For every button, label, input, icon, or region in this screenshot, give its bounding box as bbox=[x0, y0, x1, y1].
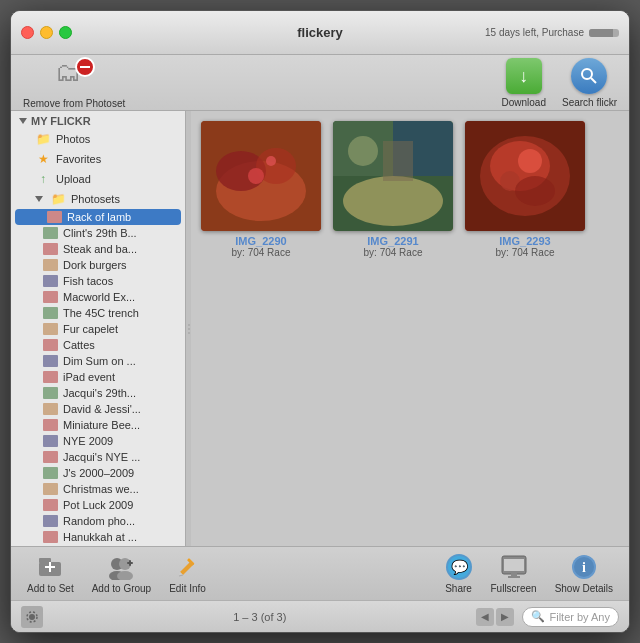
sidebar-item-christmas[interactable]: Christmas we... bbox=[11, 481, 185, 497]
sidebar-item-hanukkah-label: Hanukkah at ... bbox=[63, 531, 137, 543]
sidebar-item-hanukkah[interactable]: Hanukkah at ... bbox=[11, 529, 185, 545]
download-label: Download bbox=[502, 97, 546, 108]
sidebar-item-random[interactable]: Random pho... bbox=[11, 513, 185, 529]
fullscreen-button[interactable]: Fullscreen bbox=[485, 551, 543, 596]
sidebar-item-clints-29th-label: Clint's 29th B... bbox=[63, 227, 137, 239]
random-thumb bbox=[43, 515, 58, 527]
sidebar: MY FLICKR 📁 Photos ★ Favorites ↑ Upload bbox=[11, 111, 186, 546]
sidebar-item-david-jessi[interactable]: David & Jessi'... bbox=[11, 401, 185, 417]
sidebar-item-rack-of-lamb-label: Rack of lamb bbox=[67, 211, 131, 223]
edit-info-label: Edit Info bbox=[169, 583, 206, 594]
window-title: flickery bbox=[297, 25, 343, 40]
svg-point-17 bbox=[518, 149, 542, 173]
sidebar-item-pot-luck-label: Pot Luck 2009 bbox=[63, 499, 133, 511]
trial-bar bbox=[589, 29, 619, 37]
photo-image-1 bbox=[333, 121, 453, 231]
sidebar-item-favorites[interactable]: ★ Favorites bbox=[11, 149, 185, 169]
sidebar-item-david-jessi-label: David & Jessi'... bbox=[63, 403, 141, 415]
search-flickr-button[interactable]: Search flickr bbox=[562, 58, 617, 108]
sidebar-item-dork-burgers-label: Dork burgers bbox=[63, 259, 127, 271]
download-icon: ↓ bbox=[506, 58, 542, 94]
share-label: Share bbox=[445, 583, 472, 594]
close-button[interactable] bbox=[21, 26, 34, 39]
add-to-group-button[interactable]: Add to Group bbox=[86, 551, 157, 596]
sidebar-item-cattes[interactable]: Cattes bbox=[11, 337, 185, 353]
sidebar-item-macworld-label: Macworld Ex... bbox=[63, 291, 135, 303]
remove-from-photoset-button[interactable]: 🗂 Remove from Photoset bbox=[23, 57, 125, 109]
fur-capelet-thumb bbox=[43, 323, 58, 335]
add-to-set-label: Add to Set bbox=[27, 583, 74, 594]
sidebar-item-upload[interactable]: ↑ Upload bbox=[11, 169, 185, 189]
sidebar-item-photos[interactable]: 📁 Photos bbox=[11, 129, 185, 149]
zoom-button[interactable] bbox=[59, 26, 72, 39]
star-icon: ★ bbox=[35, 151, 51, 167]
settings-button[interactable] bbox=[21, 606, 43, 628]
dim-sum-thumb bbox=[43, 355, 58, 367]
sidebar-item-dim-sum[interactable]: Dim Sum on ... bbox=[11, 353, 185, 369]
prev-arrow-button[interactable]: ◀ bbox=[476, 608, 494, 626]
sidebar-item-ipad-event-label: iPad event bbox=[63, 371, 115, 383]
photo-card-2[interactable]: IMG_2293 by: 704 Race bbox=[465, 121, 585, 258]
david-jessi-thumb bbox=[43, 403, 58, 415]
sidebar-item-fish-tacos[interactable]: Fish tacos bbox=[11, 273, 185, 289]
photo-label-1: IMG_2291 bbox=[367, 235, 418, 247]
sidebar-item-jacquis-29th[interactable]: Jacqui's 29th... bbox=[11, 385, 185, 401]
sidebar-item-clints-29th[interactable]: Clint's 29th B... bbox=[11, 225, 185, 241]
sidebar-item-pot-luck[interactable]: Pot Luck 2009 bbox=[11, 497, 185, 513]
svg-rect-38 bbox=[511, 573, 517, 577]
photo-card-0[interactable]: IMG_2290 by: 704 Race bbox=[201, 121, 321, 258]
edit-info-icon bbox=[174, 553, 202, 581]
show-details-icon: i bbox=[570, 553, 598, 581]
sidebar-item-js-2000-2009-label: J's 2000–2009 bbox=[63, 467, 134, 479]
add-to-group-icon bbox=[107, 553, 135, 581]
gear-icon bbox=[25, 610, 39, 624]
sidebar-item-rack-of-lamb[interactable]: Rack of lamb bbox=[15, 209, 181, 225]
sidebar-item-jacquis-nye[interactable]: Jacqui's NYE ... bbox=[11, 449, 185, 465]
clints-29th-thumb bbox=[43, 227, 58, 239]
christmas-thumb bbox=[43, 483, 58, 495]
sidebar-item-nye-2009[interactable]: NYE 2009 bbox=[11, 433, 185, 449]
minimize-button[interactable] bbox=[40, 26, 53, 39]
filter-placeholder: Filter by Any bbox=[549, 611, 610, 623]
svg-rect-13 bbox=[383, 141, 413, 181]
photo-card-1[interactable]: IMG_2291 by: 704 Race bbox=[333, 121, 453, 258]
add-to-set-button[interactable]: Add to Set bbox=[21, 551, 80, 596]
sidebar-item-dork-burgers[interactable]: Dork burgers bbox=[11, 257, 185, 273]
search-flickr-icon bbox=[571, 58, 607, 94]
sidebar-item-js-2000-2009[interactable]: J's 2000–2009 bbox=[11, 465, 185, 481]
filter-input[interactable]: 🔍 Filter by Any bbox=[522, 607, 619, 627]
upload-icon: ↑ bbox=[35, 171, 51, 187]
miniature-bee-thumb bbox=[43, 419, 58, 431]
svg-text:💬: 💬 bbox=[450, 559, 468, 576]
share-icon: 💬 bbox=[445, 553, 473, 581]
sidebar-item-macworld[interactable]: Macworld Ex... bbox=[11, 289, 185, 305]
add-to-group-label: Add to Group bbox=[92, 583, 151, 594]
sidebar-scroll[interactable]: MY FLICKR 📁 Photos ★ Favorites ↑ Upload bbox=[11, 111, 185, 546]
add-to-set-icon bbox=[36, 553, 64, 581]
photo-image-2 bbox=[465, 121, 585, 231]
svg-point-11 bbox=[343, 176, 443, 226]
sidebar-item-photosets[interactable]: 📁 Photosets bbox=[11, 189, 185, 209]
next-arrow-button[interactable]: ▶ bbox=[496, 608, 514, 626]
main-window: flickery 15 days left, Purchase 🗂 Remove… bbox=[10, 10, 630, 633]
photo-label-2: IMG_2293 bbox=[499, 235, 550, 247]
jacquis-nye-thumb bbox=[43, 451, 58, 463]
sidebar-item-steak[interactable]: Steak and ba... bbox=[11, 241, 185, 257]
share-button[interactable]: 💬 Share bbox=[439, 551, 479, 596]
photosets-expand-icon bbox=[35, 196, 43, 202]
svg-rect-29 bbox=[129, 560, 131, 566]
edit-info-button[interactable]: Edit Info bbox=[163, 551, 212, 596]
sidebar-item-fur-capelet[interactable]: Fur capelet bbox=[11, 321, 185, 337]
steak-thumb bbox=[43, 243, 58, 255]
filter-search-icon: 🔍 bbox=[531, 610, 545, 623]
show-details-button[interactable]: i Show Details bbox=[549, 551, 619, 596]
sidebar-item-trench[interactable]: The 45C trench bbox=[11, 305, 185, 321]
sidebar-item-jacquis-nye-label: Jacqui's NYE ... bbox=[63, 451, 140, 463]
download-button[interactable]: ↓ Download bbox=[502, 58, 546, 108]
svg-point-42 bbox=[29, 614, 35, 620]
sidebar-item-ipad-event[interactable]: iPad event bbox=[11, 369, 185, 385]
pot-luck-thumb bbox=[43, 499, 58, 511]
navigation-arrows: ◀ ▶ bbox=[476, 608, 514, 626]
sidebar-item-miniature-bee[interactable]: Miniature Bee... bbox=[11, 417, 185, 433]
macworld-thumb bbox=[43, 291, 58, 303]
